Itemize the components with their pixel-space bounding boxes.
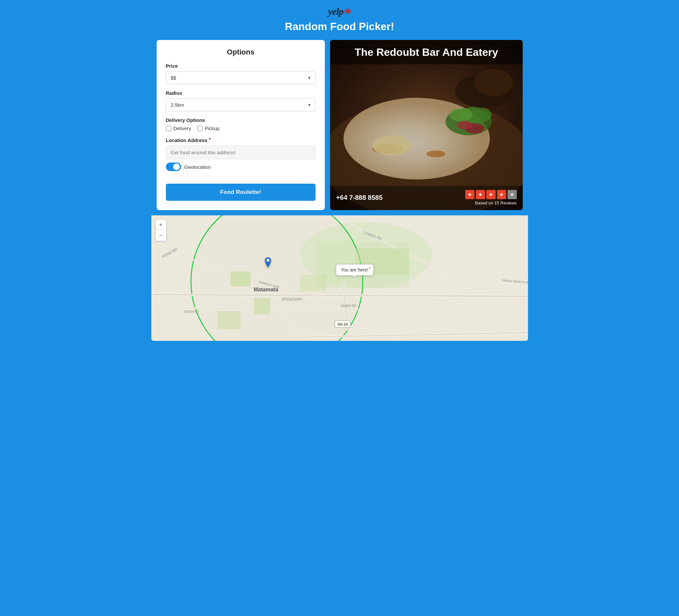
radius-select-wrapper[interactable]: 1km 2.5km 5km 10km 25km ▼	[166, 98, 316, 111]
food-roulette-button[interactable]: Food Roulette!	[166, 184, 316, 201]
star-1: ★	[465, 190, 475, 199]
location-address-input[interactable]	[166, 146, 316, 159]
svg-text:OWER RD: OWER RD	[340, 304, 356, 308]
popup-close-button[interactable]: ✕	[368, 266, 371, 270]
svg-rect-38	[231, 272, 251, 286]
svg-text:Matamata: Matamata	[254, 287, 278, 292]
delivery-checkboxes-row: Delivery Pickup	[166, 126, 316, 131]
radius-field-group: Radius 1km 2.5km 5km 10km 25km ▼	[166, 90, 316, 111]
price-select-wrapper[interactable]: $ $$ $$$ $$$$ ▼	[166, 71, 316, 84]
delivery-checkbox[interactable]	[166, 126, 171, 131]
restaurant-name: The Redoubt Bar And Eatery	[355, 46, 498, 58]
star-4: ★	[497, 190, 506, 199]
toggle-slider	[166, 163, 181, 171]
restaurant-card: The Redoubt Bar And Eatery +64 7-888 858…	[330, 40, 522, 210]
restaurant-phone: +64 7-888 8585	[336, 194, 383, 202]
star-3-symbol: ★	[489, 192, 493, 198]
svg-text:SH 24: SH 24	[337, 322, 348, 326]
price-field-group: Price $ $$ $$$ $$$$ ▼	[166, 63, 316, 84]
geolocation-toggle[interactable]	[166, 163, 181, 171]
price-label: Price	[166, 63, 316, 69]
star-2: ★	[476, 190, 485, 199]
location-pin-icon	[263, 257, 272, 269]
delivery-options-label: Delivery Options	[166, 117, 316, 123]
options-title: Options	[166, 48, 316, 57]
location-field-group: Location Address * Geolocation	[166, 137, 316, 171]
yelp-logo: yelp ✳	[328, 6, 351, 17]
geolocation-label: Geolocation	[184, 164, 211, 170]
radius-select[interactable]: 1km 2.5km 5km 10km 25km	[166, 99, 316, 111]
map-svg: PERIA RD TOWER RD RAWHITI AVE BROADWAY F…	[151, 215, 528, 341]
pickup-checkbox-item[interactable]: Pickup	[197, 126, 220, 131]
reviews-text: Based on 15 Reviews	[475, 201, 517, 205]
radius-label: Radius	[166, 90, 316, 96]
you-are-here-text: You are here!	[341, 267, 368, 273]
svg-text:FIRTH ST: FIRTH ST	[184, 310, 199, 314]
pickup-checkbox[interactable]	[197, 126, 202, 131]
stars-row: ★ ★ ★ ★ ★	[465, 190, 517, 199]
svg-rect-39	[254, 298, 270, 314]
yelp-burst-icon: ✳	[344, 6, 351, 17]
options-panel: Options Price $ $$ $$$ $$$$ ▼ Radius 1km…	[157, 40, 325, 210]
restaurant-name-overlay: The Redoubt Bar And Eatery	[330, 40, 522, 64]
zoom-out-button[interactable]: −	[156, 230, 166, 241]
page-title: Random Food Picker!	[0, 21, 679, 33]
map-zoom-controls: + −	[155, 219, 166, 241]
svg-rect-41	[300, 275, 326, 291]
price-select[interactable]: $ $$ $$$ $$$$	[166, 72, 316, 84]
delivery-checkbox-item[interactable]: Delivery	[166, 126, 191, 131]
svg-point-53	[266, 259, 269, 262]
star-4-symbol: ★	[499, 192, 504, 198]
star-5-symbol: ★	[510, 192, 514, 198]
zoom-in-button[interactable]: +	[156, 220, 166, 230]
map-pin	[263, 257, 272, 271]
map-section: PERIA RD TOWER RD RAWHITI AVE BROADWAY F…	[151, 215, 528, 341]
main-content: Options Price $ $$ $$$ $$$$ ▼ Radius 1km…	[151, 40, 528, 215]
you-are-here-popup: ✕ You are here!	[336, 264, 374, 275]
star-2-symbol: ★	[478, 192, 482, 198]
star-3: ★	[486, 190, 496, 199]
geolocation-row: Geolocation	[166, 163, 316, 171]
svg-rect-40	[218, 311, 240, 329]
header: yelp ✳ Random Food Picker!	[0, 0, 679, 40]
delivery-options-group: Delivery Options Delivery Pickup	[166, 117, 316, 131]
location-label: Location Address	[166, 137, 207, 143]
yelp-wordmark: yelp	[328, 6, 343, 17]
map-container: PERIA RD TOWER RD RAWHITI AVE BROADWAY F…	[151, 215, 528, 341]
pickup-checkbox-label: Pickup	[205, 126, 220, 131]
star-1-symbol: ★	[467, 192, 472, 198]
restaurant-bottom-bar: +64 7-888 8585 ★ ★ ★ ★ ★ Based on 15 Rev…	[330, 186, 522, 210]
required-star: *	[209, 137, 211, 143]
star-5: ★	[508, 190, 517, 199]
location-label-row: Location Address *	[166, 137, 316, 143]
food-image-overlay	[330, 40, 522, 210]
svg-text:BROADWAY: BROADWAY	[282, 297, 303, 301]
delivery-checkbox-label: Delivery	[173, 126, 191, 131]
rating-section: ★ ★ ★ ★ ★ Based on 15 Reviews	[465, 190, 517, 205]
